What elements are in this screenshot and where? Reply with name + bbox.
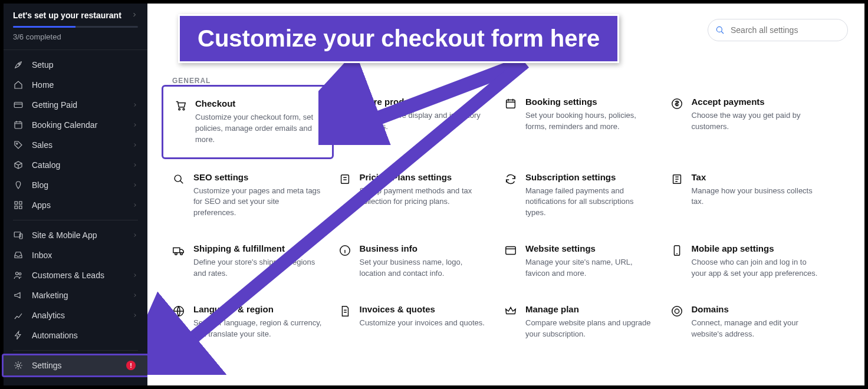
card-store-products[interactable]: Store productsManage store display and i… xyxy=(338,97,489,147)
refresh-icon xyxy=(504,173,517,186)
card-website-settings[interactable]: Website settingsManage your site's name,… xyxy=(504,243,655,279)
svg-point-12 xyxy=(17,364,20,367)
nav-label: Booking Calendar xyxy=(32,120,97,130)
gear-icon xyxy=(13,360,24,371)
card-icon xyxy=(13,100,24,110)
nav-label: Site & Mobile App xyxy=(32,230,97,240)
card-title: SEO settings xyxy=(193,172,323,182)
setup-banner[interactable]: Let's set up your restaurant 3/6 complet… xyxy=(4,4,147,50)
sidebar-item-site-mobile[interactable]: Site & Mobile App xyxy=(4,225,147,245)
nav-label: Sales xyxy=(32,140,52,150)
card-booking-settings[interactable]: Booking settingsSet your booking hours, … xyxy=(504,97,655,147)
invoice-icon xyxy=(338,305,351,318)
svg-point-14 xyxy=(179,108,180,110)
chevron-right-icon xyxy=(132,271,138,280)
card-language-region[interactable]: Language & regionSet your language, regi… xyxy=(172,304,323,340)
sidebar-item-catalog[interactable]: Catalog xyxy=(4,155,147,175)
card-seo-settings[interactable]: SEO settingsCustomize your pages and met… xyxy=(172,172,323,219)
svg-rect-4 xyxy=(15,202,18,205)
search-input[interactable] xyxy=(708,19,848,41)
search-wrap xyxy=(708,19,848,41)
sidebar-item-home[interactable]: Home xyxy=(4,75,147,95)
card-domains[interactable]: DomainsConnect, manage and edit your web… xyxy=(670,304,821,340)
globe-icon xyxy=(172,305,185,318)
card-title: Tax xyxy=(692,172,821,182)
sidebar-item-getting-paid[interactable]: Getting Paid xyxy=(4,95,147,115)
sidebar-item-marketing[interactable]: Marketing xyxy=(4,285,147,305)
sidebar-item-blog[interactable]: Blog xyxy=(4,175,147,195)
sidebar-item-customers[interactable]: Customers & Leads xyxy=(4,265,147,285)
sidebar-item-sales[interactable]: Sales xyxy=(4,135,147,155)
chevron-right-icon xyxy=(132,140,138,150)
card-mobile-app-settings[interactable]: Mobile app settingsChoose who can join a… xyxy=(670,243,821,279)
section-label-general: GENERAL xyxy=(172,77,840,85)
card-checkout[interactable]: CheckoutCustomize your checkout form, se… xyxy=(162,85,334,159)
svg-point-18 xyxy=(175,175,181,182)
card-desc: Set your business name, logo, location a… xyxy=(360,257,489,279)
svg-rect-7 xyxy=(19,206,22,209)
card-title: Business info xyxy=(360,243,489,253)
card-desc: Define your store's shipping regions and… xyxy=(193,257,323,279)
card-desc: Compare website plans and upgrade your s… xyxy=(525,318,655,340)
sidebar-item-analytics[interactable]: Analytics xyxy=(4,305,147,325)
tag-icon xyxy=(13,140,24,150)
card-title: Manage plan xyxy=(525,304,655,314)
svg-point-23 xyxy=(180,253,183,255)
svg-rect-19 xyxy=(341,174,348,183)
box-icon xyxy=(13,160,24,170)
svg-rect-5 xyxy=(19,202,22,205)
dollar-icon xyxy=(670,97,683,110)
card-accept-payments[interactable]: Accept paymentsChoose the way you get pa… xyxy=(670,97,821,147)
chevron-right-icon xyxy=(132,100,138,110)
chevron-right-icon xyxy=(132,180,138,190)
sidebar-item-inbox[interactable]: Inbox xyxy=(4,245,147,265)
sidebar-item-settings[interactable]: Settings ! xyxy=(4,355,147,375)
chart-icon xyxy=(13,310,24,321)
sidebar: Let's set up your restaurant 3/6 complet… xyxy=(4,4,147,385)
card-desc: Choose who can join and log in to your a… xyxy=(692,257,821,279)
card-title: Invoices & quotes xyxy=(360,304,489,314)
cart-icon xyxy=(174,99,187,112)
receipt-icon xyxy=(670,173,683,186)
card-desc: Customize your invoices and quotes. xyxy=(360,318,489,329)
chevron-right-icon xyxy=(132,291,138,300)
card-title: Booking settings xyxy=(525,97,655,107)
card-tax[interactable]: TaxManage how your business collects tax… xyxy=(670,172,821,219)
card-pricing-plans[interactable]: Pricing Plans settingsSet up payment met… xyxy=(338,172,489,219)
card-shipping[interactable]: Shipping & fulfillmentDefine your store'… xyxy=(172,243,323,279)
chevron-right-icon xyxy=(132,160,138,170)
svg-rect-21 xyxy=(173,248,180,252)
card-manage-plan[interactable]: Manage planCompare website plans and upg… xyxy=(504,304,655,340)
calendar-icon xyxy=(13,120,24,130)
svg-point-28 xyxy=(672,306,682,317)
bolt-icon xyxy=(13,330,24,341)
card-title: Pricing Plans settings xyxy=(360,172,489,182)
people-icon xyxy=(13,270,24,281)
setup-title: Let's set up your restaurant xyxy=(13,11,121,20)
crown-icon xyxy=(504,305,517,318)
sidebar-item-apps[interactable]: Apps xyxy=(4,195,147,215)
inbox-icon xyxy=(13,250,24,261)
rocket-icon xyxy=(13,60,24,70)
annotation-callout: Customize your checkout form here xyxy=(178,14,619,63)
card-title: Mobile app settings xyxy=(692,243,821,253)
search-icon xyxy=(715,25,725,38)
browser-icon xyxy=(504,244,517,257)
nav-label: Analytics xyxy=(32,311,65,320)
sidebar-item-automations[interactable]: Automations xyxy=(4,325,147,345)
card-desc: Set up payment methods and tax collectio… xyxy=(360,186,489,208)
card-business-info[interactable]: Business infoSet your business name, log… xyxy=(338,243,489,279)
sidebar-item-setup[interactable]: Setup xyxy=(4,55,147,75)
nav-label: Setup xyxy=(32,60,54,70)
card-desc: Manage failed payments and notifications… xyxy=(525,186,655,219)
card-invoices-quotes[interactable]: Invoices & quotesCustomize your invoices… xyxy=(338,304,489,340)
svg-point-3 xyxy=(17,143,18,144)
settings-cards-grid: CheckoutCustomize your checkout form, se… xyxy=(172,97,821,339)
card-subscription-settings[interactable]: Subscription settingsManage failed payme… xyxy=(504,172,655,219)
chevron-right-icon xyxy=(132,200,138,210)
nav-label: Apps xyxy=(32,200,51,210)
sidebar-item-booking-calendar[interactable]: Booking Calendar xyxy=(4,115,147,135)
nav-label: Getting Paid xyxy=(32,100,77,110)
nav-divider xyxy=(13,350,138,351)
pen-icon xyxy=(13,180,24,190)
